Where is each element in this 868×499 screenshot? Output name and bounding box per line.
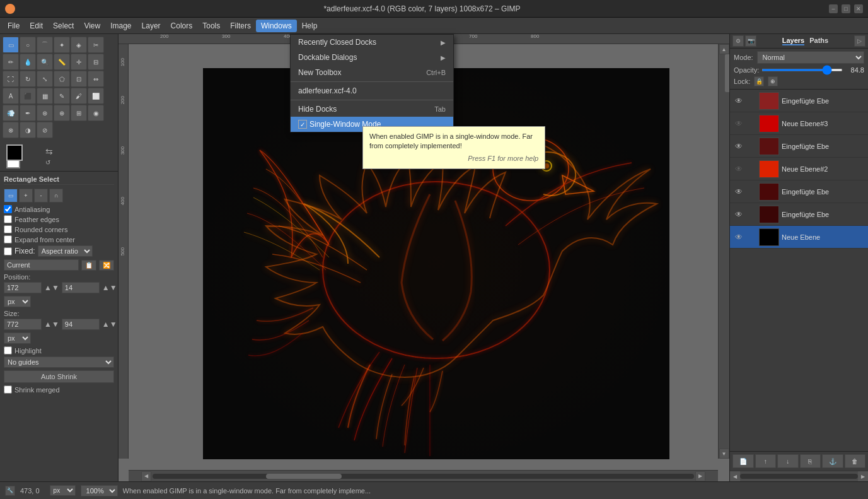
mode-add-button[interactable]: +: [19, 189, 33, 203]
lock-position-button[interactable]: ⊕: [768, 76, 778, 86]
vertical-scrollbar[interactable]: ▲ ▼: [718, 44, 729, 459]
menu-file[interactable]: File: [3, 20, 25, 32]
raise-layer-button[interactable]: ↑: [755, 454, 777, 468]
position-x-stepper[interactable]: ▲▼: [44, 283, 59, 292]
tool-align[interactable]: ⊟: [88, 54, 104, 70]
layer-row[interactable]: 👁 Eingefügte Ebe: [730, 180, 868, 203]
anchor-layer-button[interactable]: ⚓: [822, 454, 843, 468]
tool-eraser[interactable]: ⬜: [88, 88, 104, 104]
tool-smudge[interactable]: ⊗: [3, 122, 19, 138]
tool-ink[interactable]: ✒: [20, 105, 36, 121]
vscroll-down-button[interactable]: ▼: [719, 449, 729, 459]
feather-edges-checkbox[interactable]: [4, 215, 12, 223]
tool-heal[interactable]: ⊕: [54, 105, 70, 121]
expand-from-center-checkbox[interactable]: [4, 235, 12, 244]
layer-row[interactable]: 👁 Neue Ebene#3: [730, 112, 868, 135]
tool-fuzzy-select[interactable]: ✦: [54, 37, 70, 53]
panel-config-button[interactable]: ⚙: [732, 35, 744, 47]
layer-row[interactable]: 👁 Neue Ebene: [730, 226, 868, 249]
layer-row[interactable]: 👁 Eingefügte Ebe: [730, 90, 868, 112]
tool-text[interactable]: A: [3, 88, 19, 104]
menu-help[interactable]: Help: [297, 20, 323, 32]
panel-camera-button[interactable]: 📷: [745, 35, 756, 47]
highlight-checkbox[interactable]: [4, 346, 12, 355]
fixed-value-btn2[interactable]: 🔀: [99, 260, 114, 271]
hscroll-thumb[interactable]: [266, 474, 342, 479]
layers-tab[interactable]: Layers: [782, 37, 804, 45]
hide-docks-item[interactable]: Hide Docks Tab: [291, 102, 453, 117]
position-y-input[interactable]: [62, 282, 100, 293]
layer-visibility-toggle[interactable]: 👁: [734, 209, 744, 220]
fixed-checkbox[interactable]: [4, 247, 12, 255]
tool-scissors[interactable]: ✂: [88, 37, 104, 53]
tool-scale[interactable]: ⤡: [37, 71, 53, 87]
tool-color-picker[interactable]: 💧: [20, 54, 36, 70]
menu-edit[interactable]: Edit: [25, 20, 48, 32]
fixed-value-input[interactable]: [4, 259, 79, 271]
layer-visibility-toggle[interactable]: 👁: [734, 119, 744, 129]
dockable-dialogs-item[interactable]: Dockable Dialogs ▶: [291, 50, 453, 65]
new-toolbox-item[interactable]: New Toolbox Ctrl+B: [291, 65, 453, 80]
fixed-option-select[interactable]: Aspect ratio Width/Height Size: [38, 245, 93, 257]
position-x-input[interactable]: [4, 282, 42, 293]
fg-color-swatch[interactable]: [6, 144, 23, 161]
hscroll-left-button[interactable]: ◀: [141, 471, 151, 481]
minimize-button[interactable]: –: [829, 4, 838, 13]
tool-blur-sharpen[interactable]: ◉: [88, 105, 104, 121]
menu-windows[interactable]: Windows: [256, 20, 297, 32]
tool-blend[interactable]: ▦: [37, 88, 53, 104]
adlerfeuer-item[interactable]: adlerfeuer.xcf-4.0: [291, 83, 453, 98]
mode-replace-button[interactable]: ▭: [4, 189, 18, 203]
layer-visibility-toggle[interactable]: 👁: [734, 232, 744, 242]
tool-airbrush[interactable]: 💨: [3, 105, 19, 121]
size-unit-select[interactable]: px mm: [4, 332, 31, 344]
menu-filters[interactable]: Filters: [225, 20, 256, 32]
tool-pencil[interactable]: ✎: [54, 88, 70, 104]
tool-perspective-clone[interactable]: ⊞: [71, 105, 87, 121]
layers-scroll-left[interactable]: ◀: [730, 471, 740, 481]
opacity-slider[interactable]: [761, 69, 843, 71]
tool-bucket-fill[interactable]: ⬛: [20, 88, 36, 104]
lower-layer-button[interactable]: ↓: [777, 454, 799, 468]
tool-move[interactable]: ✛: [71, 54, 87, 70]
menu-select[interactable]: Select: [48, 20, 79, 32]
layer-visibility-toggle[interactable]: 👁: [734, 141, 744, 151]
lock-pixels-button[interactable]: 🔒: [754, 76, 764, 86]
coord-unit-select[interactable]: px mm: [50, 485, 76, 496]
layer-visibility-toggle[interactable]: 👁: [734, 96, 744, 106]
tool-desaturate[interactable]: ⊘: [37, 122, 53, 138]
position-y-stepper[interactable]: ▲▼: [102, 283, 117, 292]
menu-tools[interactable]: Tools: [197, 20, 225, 32]
shrink-merged-checkbox[interactable]: [4, 385, 12, 394]
menu-colors[interactable]: Colors: [166, 20, 198, 32]
vscroll-thumb[interactable]: [725, 54, 730, 92]
delete-layer-button[interactable]: 🗑: [845, 454, 866, 468]
layer-visibility-toggle[interactable]: 👁: [734, 187, 744, 197]
status-icon[interactable]: 🔧: [5, 486, 15, 496]
paths-tab[interactable]: Paths: [809, 37, 828, 45]
tool-paths[interactable]: ✏: [3, 54, 19, 70]
tool-paintbrush[interactable]: 🖌: [71, 88, 87, 104]
guides-select[interactable]: No guides Rule of thirds Center lines: [4, 356, 114, 368]
size-w-input[interactable]: [4, 319, 42, 330]
layer-row[interactable]: 👁 Eingefügte Ebe: [730, 203, 868, 226]
mode-intersect-button[interactable]: ∩: [49, 189, 63, 203]
tool-crop[interactable]: ⛶: [3, 71, 19, 87]
tool-zoom[interactable]: 🔍: [37, 54, 53, 70]
menu-image[interactable]: Image: [105, 20, 136, 32]
tool-rectangle-select[interactable]: ▭: [3, 37, 19, 53]
layer-mode-select[interactable]: Normal Multiply Screen Overlay Dodge Bur…: [757, 51, 864, 64]
menu-view[interactable]: View: [79, 20, 105, 32]
tool-flip[interactable]: ⇔: [88, 71, 104, 87]
layer-row[interactable]: 👁 Neue Ebene#2: [730, 158, 868, 180]
vscroll-up-button[interactable]: ▲: [719, 44, 729, 54]
position-unit-select[interactable]: px mm in: [4, 296, 31, 307]
maximize-button[interactable]: □: [842, 4, 850, 13]
new-layer-button[interactable]: 📄: [732, 454, 754, 468]
close-button[interactable]: ✕: [854, 4, 863, 13]
tool-rotate[interactable]: ↻: [20, 71, 36, 87]
antialiasing-checkbox[interactable]: [4, 205, 12, 213]
fixed-value-btn1[interactable]: 📋: [81, 260, 96, 271]
duplicate-layer-button[interactable]: ⎘: [800, 454, 821, 468]
tool-clone[interactable]: ⊛: [37, 105, 53, 121]
